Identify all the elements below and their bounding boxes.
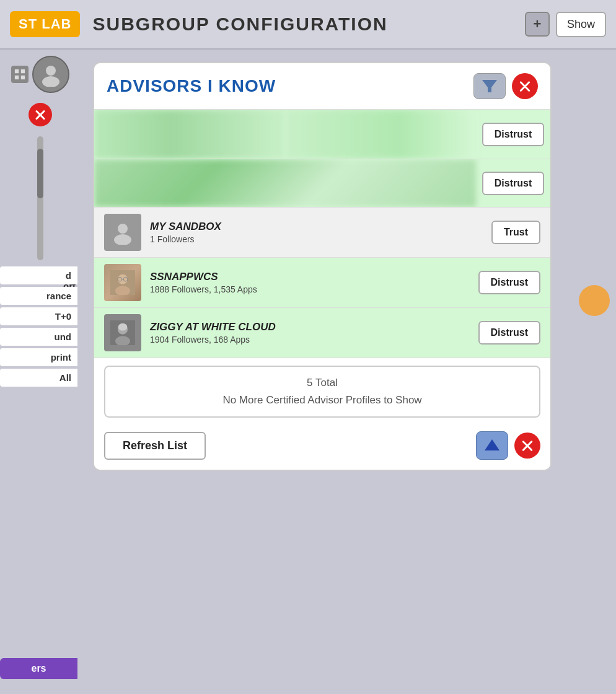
distrust-btn-area-2: Distrust <box>476 159 550 207</box>
svg-rect-2 <box>15 76 19 79</box>
avatar-ssnappwcs <box>104 264 141 301</box>
advisor-name-ssnappwcs: SSNAPPWCS <box>150 271 478 283</box>
filter-button[interactable] <box>473 73 506 99</box>
advisor-name-my-sandbox: MY SANDBOX <box>150 221 491 233</box>
blurred-content-1 <box>94 110 285 159</box>
main-content: ADVISORS I KNOW Distrust <box>81 56 616 694</box>
advisor-info-ziggy: ZIGGY AT WHITE CLOUD 1904 Followers, 168… <box>150 321 478 345</box>
close-panel-footer-button[interactable] <box>514 433 540 459</box>
advisor-meta-ssnappwcs: 1888 Followers, 1,535 Apps <box>150 284 478 294</box>
svg-point-7 <box>118 224 128 234</box>
lab-badge: ST LAB <box>10 11 80 37</box>
sidebar-item-d: d <box>0 266 77 284</box>
sidebar-item-print: print <box>0 348 77 366</box>
blurred-area-2 <box>94 159 476 207</box>
sidebar-item-rance: rance <box>0 287 77 305</box>
add-button[interactable]: + <box>525 12 550 37</box>
sidebar-scrollbar[interactable] <box>37 136 43 260</box>
trust-button-my-sandbox[interactable]: Trust <box>491 221 540 244</box>
purple-badge: ers <box>0 658 77 679</box>
sidebar-middle-items: d rance T+0 und print All <box>0 266 77 389</box>
advisor-row-blurred-1: Distrust <box>94 109 550 159</box>
header: ST LAB SUBGROUP CONFIGURATION + Show <box>0 0 616 50</box>
svg-point-18 <box>118 323 128 331</box>
avatar-ziggy <box>104 314 141 351</box>
distrust-button-ssnappwcs[interactable]: Distrust <box>478 271 540 294</box>
advisor-row-blurred-2: Distrust <box>94 159 550 207</box>
scrollbar-thumb <box>37 149 43 198</box>
advisor-row-ssnappwcs: SSNAPPWCS 1888 Followers, 1,535 Apps Dis… <box>94 257 550 307</box>
svg-marker-19 <box>485 439 499 450</box>
svg-point-8 <box>114 234 131 245</box>
sidebar-bottom: ers <box>0 658 77 682</box>
advisor-name-ziggy: ZIGGY AT WHITE CLOUD <box>150 321 478 333</box>
svg-rect-1 <box>21 69 25 73</box>
sidebar-item-und: und <box>0 328 77 346</box>
panel-footer-actions: Refresh List <box>94 425 550 470</box>
advisor-info-ssnappwcs: SSNAPPWCS 1888 Followers, 1,535 Apps <box>150 271 478 294</box>
advisor-info-my-sandbox: MY SANDBOX 1 Followers <box>150 221 491 244</box>
svg-marker-6 <box>482 80 497 92</box>
panel-footer: 5 Total No More Certified Advisor Profil… <box>94 358 550 470</box>
total-count: 5 Total <box>115 377 529 389</box>
no-more-text: No More Certified Advisor Profiles to Sh… <box>115 394 529 406</box>
avatar <box>32 56 69 93</box>
svg-rect-0 <box>15 69 19 73</box>
advisor-meta-ziggy: 1904 Followers, 168 Apps <box>150 335 478 345</box>
close-sidebar-button[interactable] <box>29 103 52 126</box>
panel-header-actions <box>473 73 538 99</box>
advisors-panel: ADVISORS I KNOW Distrust <box>93 62 552 471</box>
distrust-btn-area-1: Distrust <box>476 110 550 159</box>
distrust-button-ziggy[interactable]: Distrust <box>478 321 540 345</box>
sidebar-item-all: All <box>0 369 77 387</box>
refresh-button[interactable]: Refresh List <box>104 432 206 460</box>
page-title: SUBGROUP CONFIGURATION <box>92 14 525 35</box>
grid-icon <box>11 66 29 83</box>
sidebar-item-t-plus-0: T+0 <box>0 307 77 325</box>
close-panel-button[interactable] <box>512 73 538 99</box>
scroll-up-button[interactable] <box>476 431 508 460</box>
advisor-row-my-sandbox: MY SANDBOX 1 Followers Trust <box>94 207 550 257</box>
advisor-meta-my-sandbox: 1 Followers <box>150 234 491 244</box>
avatar-my-sandbox <box>104 214 141 251</box>
show-button[interactable]: Show <box>556 12 606 37</box>
distrust-button-1[interactable]: Distrust <box>482 123 544 146</box>
blurred-content-2 <box>285 110 476 159</box>
svg-rect-3 <box>21 76 25 79</box>
total-box: 5 Total No More Certified Advisor Profil… <box>104 366 540 418</box>
panel-title: ADVISORS I KNOW <box>107 76 276 96</box>
distrust-button-2[interactable]: Distrust <box>482 172 544 195</box>
svg-point-5 <box>42 76 59 87</box>
panel-header: ADVISORS I KNOW <box>94 63 550 109</box>
svg-point-4 <box>46 66 56 76</box>
avatar-area <box>11 56 69 93</box>
footer-right-actions <box>476 431 540 460</box>
advisor-row-ziggy: ZIGGY AT WHITE CLOUD 1904 Followers, 168… <box>94 307 550 358</box>
